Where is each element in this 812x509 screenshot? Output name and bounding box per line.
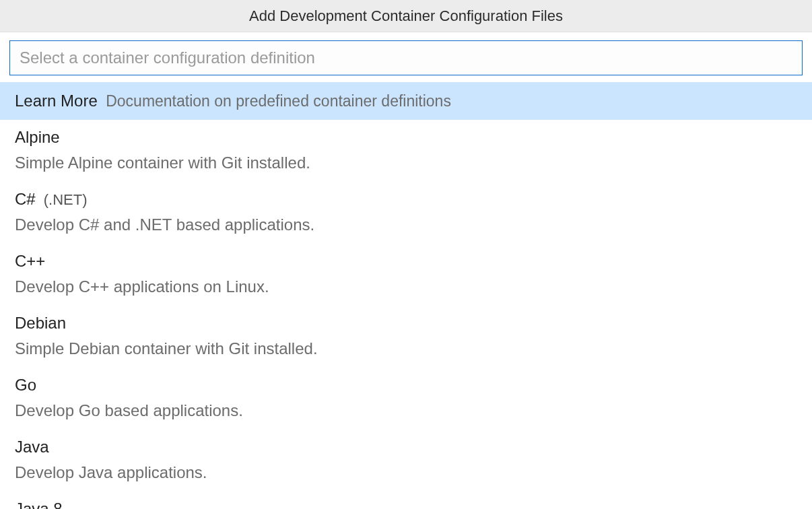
list-item-cpp[interactable]: C++ Develop C++ applications on Linux. xyxy=(0,244,812,306)
list-item-go[interactable]: Go Develop Go based applications. xyxy=(0,368,812,430)
list-item-alpine[interactable]: Alpine Simple Alpine container with Git … xyxy=(0,120,812,182)
list-item-title: Go xyxy=(15,373,36,397)
list-item-debian[interactable]: Debian Simple Debian container with Git … xyxy=(0,306,812,368)
list-item-csharp[interactable]: C# (.NET) Develop C# and .NET based appl… xyxy=(0,182,812,244)
list-item-title: Learn More xyxy=(15,92,98,110)
dialog-title: Add Development Container Configuration … xyxy=(249,7,563,25)
list-item-java8[interactable]: Java 8 xyxy=(0,491,812,509)
list-item-title: Java 8 xyxy=(15,497,63,509)
list-item-title: Alpine xyxy=(15,125,60,149)
list-item-title: Debian xyxy=(15,311,66,335)
list-item-desc: Documentation on predefined container de… xyxy=(106,92,451,110)
search-input[interactable] xyxy=(9,40,803,75)
list-item-title: C# xyxy=(15,187,36,211)
options-list: Learn More Documentation on predefined c… xyxy=(0,82,812,509)
list-item-java[interactable]: Java Develop Java applications. xyxy=(0,430,812,491)
list-item-desc: Simple Alpine container with Git install… xyxy=(15,151,797,175)
list-item-desc: Develop C# and .NET based applications. xyxy=(15,213,797,237)
list-item-desc: Develop Java applications. xyxy=(15,461,797,485)
list-item-suffix: (.NET) xyxy=(44,191,88,209)
search-wrapper xyxy=(0,32,812,82)
list-item-learn-more[interactable]: Learn More Documentation on predefined c… xyxy=(0,82,812,120)
list-item-desc: Simple Debian container with Git install… xyxy=(15,337,797,361)
list-item-desc: Develop Go based applications. xyxy=(15,399,797,423)
dialog-header: Add Development Container Configuration … xyxy=(0,0,812,32)
list-item-title: Java xyxy=(15,435,49,459)
list-item-title: C++ xyxy=(15,249,45,273)
list-item-desc: Develop C++ applications on Linux. xyxy=(15,275,797,299)
